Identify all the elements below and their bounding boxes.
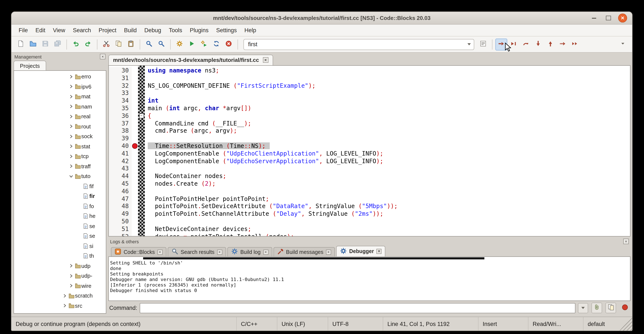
breakpoint-margin[interactable] [132, 210, 138, 218]
menu-file[interactable]: File [15, 26, 32, 35]
command-dropdown-button[interactable] [578, 303, 588, 313]
line-number[interactable]: 40 [109, 142, 132, 150]
tree-item-ipv6[interactable]: ipv6 [14, 82, 106, 92]
tree-item-sock[interactable]: sock [14, 131, 106, 141]
menu-project[interactable]: Project [95, 26, 120, 35]
line-number[interactable]: 31 [109, 75, 132, 82]
title-bar[interactable]: mnt/dev/tools/source/ns-3-dev/examples/t… [12, 12, 632, 25]
breakpoint-margin[interactable] [132, 225, 138, 233]
close-management-icon[interactable] [100, 54, 106, 59]
search-combo-input[interactable] [244, 41, 464, 48]
line-number[interactable]: 36 [109, 112, 132, 120]
tree-item-stat[interactable]: stat [14, 141, 106, 151]
close-tab-icon[interactable] [157, 249, 162, 254]
log-tab-search-results[interactable]: Search results [168, 247, 226, 256]
menu-help[interactable]: Help [241, 26, 260, 35]
step-into-button[interactable] [532, 38, 544, 50]
line-number[interactable]: 38 [109, 127, 132, 135]
breakpoint-margin[interactable] [132, 150, 138, 158]
fold-marker-icon[interactable] [139, 114, 144, 118]
log-tab-build-log[interactable]: Build log [227, 247, 272, 256]
editor-tab[interactable]: mnt/dev/tools/source/ns-3-dev/examples/t… [108, 55, 273, 65]
menu-settings[interactable]: Settings [212, 26, 241, 35]
tree-item-nam[interactable]: nam [14, 102, 106, 112]
expander-icon[interactable] [62, 293, 68, 299]
tree-item-mat[interactable]: mat [14, 92, 106, 102]
tree-item-erro[interactable]: erro [14, 72, 106, 82]
close-button[interactable] [618, 14, 627, 23]
line-number[interactable]: 32 [109, 82, 132, 90]
menu-debug[interactable]: Debug [140, 26, 165, 35]
line-number[interactable]: 46 [109, 188, 132, 195]
build-and-run-button[interactable] [198, 38, 210, 50]
line-number[interactable]: 51 [109, 225, 132, 233]
menu-build[interactable]: Build [120, 26, 140, 35]
tree-item-si[interactable]: si [14, 241, 106, 251]
breakpoint-margin[interactable] [132, 233, 138, 236]
breakpoint-margin[interactable] [132, 173, 138, 180]
abort-build-button[interactable] [223, 38, 234, 50]
expander-icon[interactable] [68, 273, 74, 279]
line-number[interactable]: 45 [109, 180, 132, 188]
line-number[interactable]: 39 [109, 135, 132, 142]
tree-item-src[interactable]: src [14, 301, 106, 311]
breakpoint-margin[interactable] [132, 127, 138, 135]
log-tab-build-messages[interactable]: Build messages [273, 247, 335, 256]
menu-view[interactable]: View [49, 26, 69, 35]
tab-projects[interactable]: Projects [14, 61, 46, 70]
tree-item-scratch[interactable]: scratch [14, 291, 106, 301]
expander-icon[interactable] [68, 153, 74, 159]
expander-icon[interactable] [68, 134, 74, 139]
line-number[interactable]: 52 [109, 233, 132, 236]
stop-debugger-button[interactable] [620, 303, 630, 312]
close-logs-icon[interactable] [623, 239, 629, 244]
tree-item-he[interactable]: he [14, 211, 106, 221]
expander-icon[interactable] [68, 74, 74, 80]
tree-item-wire[interactable]: wire [14, 281, 106, 291]
line-number[interactable]: 43 [109, 165, 132, 173]
menu-search[interactable]: Search [69, 26, 95, 35]
copy-button[interactable] [113, 38, 124, 50]
expander-icon[interactable] [68, 84, 74, 90]
expander-icon[interactable] [68, 143, 74, 149]
line-number[interactable]: 50 [109, 218, 132, 225]
breakpoint-margin[interactable] [132, 218, 138, 225]
line-number[interactable]: 42 [109, 157, 132, 165]
breakpoint-margin[interactable] [132, 97, 138, 105]
expander-icon[interactable] [62, 303, 68, 309]
breakpoint-margin[interactable] [132, 157, 138, 165]
debug-continue-button[interactable] [496, 38, 507, 50]
attach-button[interactable] [592, 303, 602, 313]
breakpoint-margin[interactable] [132, 188, 138, 195]
tree-item-traff[interactable]: traff [14, 161, 106, 171]
line-number[interactable]: 30 [109, 67, 132, 75]
tree-item-fir[interactable]: fir [14, 191, 106, 201]
tree-item-real[interactable]: real [14, 112, 106, 121]
expander-icon[interactable] [68, 283, 74, 289]
tree-item-tuto[interactable]: tuto [14, 171, 106, 181]
maximize-button[interactable] [604, 14, 613, 23]
cut-button[interactable] [100, 38, 112, 50]
log-tab-code-blocks[interactable]: Code::Blocks [111, 247, 166, 256]
breakpoint-margin[interactable] [132, 90, 138, 97]
breakpoint-margin[interactable] [132, 112, 138, 120]
run-to-cursor-button[interactable] [508, 38, 520, 50]
redo-button[interactable] [82, 38, 94, 50]
save-button[interactable] [40, 38, 51, 50]
tree-item-rout[interactable]: rout [14, 121, 106, 131]
close-tab-icon[interactable] [263, 249, 268, 254]
find-button[interactable] [143, 38, 155, 50]
breakpoint-margin[interactable] [132, 82, 138, 90]
run-button[interactable] [186, 38, 198, 50]
breakpoint-margin[interactable] [132, 203, 138, 210]
step-out-button[interactable] [544, 38, 556, 50]
toolbar-overflow-button[interactable] [617, 38, 629, 50]
line-number[interactable]: 35 [109, 105, 132, 112]
close-editor-tab-icon[interactable] [263, 57, 268, 63]
new-file-button[interactable] [15, 38, 27, 50]
open-file-button[interactable] [27, 38, 39, 50]
breakpoint-margin[interactable] [132, 120, 138, 127]
rebuild-button[interactable] [210, 38, 222, 50]
line-number[interactable]: 37 [109, 120, 132, 127]
line-number[interactable]: 47 [109, 195, 132, 203]
